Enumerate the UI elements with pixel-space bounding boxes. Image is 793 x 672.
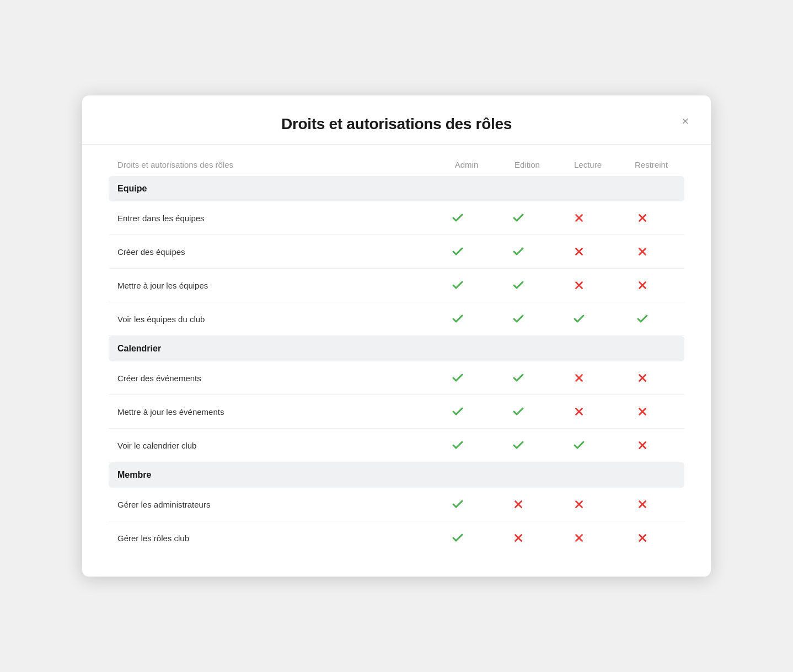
restreint-cell [609, 372, 676, 384]
modal-header: Droits et autorisations des rôles × [82, 95, 711, 145]
lecture-cell [549, 312, 609, 326]
row-label: Voir les équipes du club [117, 314, 427, 324]
admin-cell [427, 371, 488, 385]
restreint-cell [609, 532, 676, 544]
col-header-edition: Edition [497, 160, 558, 169]
restreint-cell [609, 212, 676, 224]
table-row: Voir le calendrier club [109, 429, 684, 462]
lecture-cell [549, 439, 609, 452]
modal-title: Droits et autorisations des rôles [109, 115, 684, 133]
col-header-lecture: Lecture [558, 160, 618, 169]
lecture-cell [549, 498, 609, 510]
table-row: Créer des équipes [109, 235, 684, 269]
close-button[interactable]: × [677, 113, 693, 130]
edition-cell [488, 532, 549, 544]
edition-cell [488, 312, 549, 326]
admin-cell [427, 245, 488, 258]
edition-cell [488, 279, 549, 292]
table-row: Entrer dans les équipes [109, 201, 684, 235]
table-row: Créer des événements [109, 361, 684, 395]
section-membre: Membre [109, 462, 684, 488]
row-label: Voir le calendrier club [117, 441, 427, 450]
edition-cell [488, 245, 549, 258]
modal-body: Droits et autorisations des rôles Admin … [82, 145, 711, 577]
row-label: Entrer dans les équipes [117, 214, 427, 223]
restreint-cell [609, 279, 676, 291]
col-header-admin: Admin [436, 160, 497, 169]
admin-cell [427, 279, 488, 292]
lecture-cell [549, 406, 609, 418]
restreint-cell [609, 439, 676, 451]
modal: Droits et autorisations des rôles × Droi… [82, 95, 711, 577]
admin-cell [427, 439, 488, 452]
edition-cell [488, 211, 549, 225]
admin-cell [427, 531, 488, 545]
edition-cell [488, 405, 549, 418]
admin-cell [427, 312, 488, 326]
lecture-cell [549, 279, 609, 291]
table-row: Mettre à jour les équipes [109, 269, 684, 302]
section-equipe: Equipe [109, 176, 684, 201]
restreint-cell [609, 246, 676, 258]
lecture-cell [549, 212, 609, 224]
row-label: Mettre à jour les événements [117, 407, 427, 417]
table-body: EquipeEntrer dans les équipes Créer des … [109, 176, 684, 554]
admin-cell [427, 405, 488, 418]
section-label: Membre [117, 470, 427, 480]
edition-cell [488, 498, 549, 510]
table-header: Droits et autorisations des rôles Admin … [109, 160, 684, 176]
lecture-cell [549, 246, 609, 258]
lecture-cell [549, 532, 609, 544]
col-header-restreint: Restreint [618, 160, 684, 169]
section-label: Equipe [117, 184, 427, 194]
admin-cell [427, 211, 488, 225]
row-label: Créer des événements [117, 374, 427, 383]
restreint-cell [609, 406, 676, 418]
col-header-label: Droits et autorisations des rôles [109, 160, 436, 169]
section-calendrier: Calendrier [109, 336, 684, 361]
table-row: Voir les équipes du club [109, 302, 684, 336]
section-label: Calendrier [117, 344, 427, 354]
table-row: Mettre à jour les événements [109, 395, 684, 429]
row-label: Mettre à jour les équipes [117, 281, 427, 290]
row-label: Gérer les rôles club [117, 534, 427, 543]
row-label: Créer des équipes [117, 247, 427, 257]
permissions-table: Droits et autorisations des rôles Admin … [109, 160, 684, 554]
table-row: Gérer les administrateurs [109, 488, 684, 521]
restreint-cell [609, 312, 676, 326]
edition-cell [488, 371, 549, 385]
edition-cell [488, 439, 549, 452]
table-row: Gérer les rôles club [109, 521, 684, 554]
admin-cell [427, 498, 488, 511]
row-label: Gérer les administrateurs [117, 500, 427, 509]
lecture-cell [549, 372, 609, 384]
restreint-cell [609, 498, 676, 510]
